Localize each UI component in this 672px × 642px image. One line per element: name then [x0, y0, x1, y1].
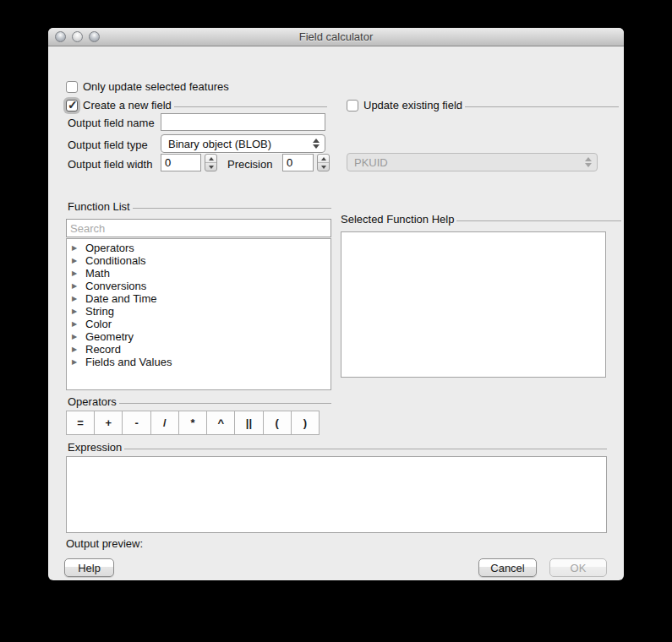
operator-button[interactable]: +: [95, 411, 123, 434]
function-tree-item[interactable]: ▶ Record: [67, 343, 331, 356]
stepper-down-icon[interactable]: [318, 163, 329, 171]
function-search-input[interactable]: [66, 219, 331, 237]
only-update-checkbox[interactable]: Only update selected features: [66, 80, 229, 93]
create-new-field-checkbox[interactable]: Create a new field: [66, 99, 172, 112]
function-tree-item-label: Record: [85, 343, 121, 356]
function-tree-item-label: Geometry: [85, 330, 134, 343]
operator-button[interactable]: ^: [207, 411, 235, 434]
expand-arrow-icon[interactable]: ▶: [72, 345, 79, 353]
operator-button[interactable]: *: [179, 411, 207, 434]
function-list-group-label: Function List: [68, 200, 130, 213]
ok-button[interactable]: OK: [549, 558, 607, 577]
expand-arrow-icon[interactable]: ▶: [72, 307, 79, 315]
function-tree-item[interactable]: ▶ Geometry: [67, 330, 331, 343]
update-existing-checkbox-box[interactable]: [347, 100, 358, 112]
output-field-width-input[interactable]: [161, 154, 201, 171]
expand-arrow-icon[interactable]: ▶: [72, 282, 79, 290]
function-help-panel: [341, 231, 606, 378]
operator-button[interactable]: /: [151, 411, 179, 434]
output-preview-label: Output preview:: [66, 537, 143, 550]
expand-arrow-icon[interactable]: ▶: [72, 295, 79, 302]
group-divider-line: [124, 449, 607, 449]
close-button[interactable]: [55, 31, 66, 42]
function-list-group: Function List: [68, 200, 331, 213]
output-field-name-input[interactable]: [161, 113, 325, 131]
function-tree-item[interactable]: ▶ Color: [67, 318, 331, 330]
output-field-type-value: Binary object (BLOB): [168, 138, 271, 150]
field-calculator-dialog: Field calculator Only update selected fe…: [48, 28, 624, 580]
function-tree-item-label: Operators: [85, 242, 134, 254]
operators-group: Operators: [68, 395, 331, 408]
combo-updown-icon: [582, 154, 593, 171]
output-field-width-stepper[interactable]: [205, 154, 217, 171]
function-tree: ▶ Operators ▶ Conditionals ▶ Math ▶ Conv…: [66, 238, 331, 390]
zoom-button[interactable]: [89, 31, 100, 42]
title-bar[interactable]: Field calculator: [48, 28, 624, 46]
function-help-group: Selected Function Help: [341, 213, 621, 226]
output-field-name-label: Output field name: [68, 117, 155, 129]
stepper-up-icon[interactable]: [205, 155, 216, 163]
operator-button[interactable]: ||: [235, 411, 263, 434]
expression-editor[interactable]: [66, 456, 607, 533]
precision-label: Precision: [227, 158, 272, 171]
expand-arrow-icon[interactable]: ▶: [72, 358, 79, 366]
expression-group: Expression: [68, 441, 607, 454]
function-tree-item-label: Math: [85, 267, 110, 280]
group-divider-line: [465, 106, 619, 107]
existing-field-value: PKUID: [354, 156, 388, 169]
function-tree-item-label: Conditionals: [85, 254, 146, 267]
minimize-button[interactable]: [72, 31, 83, 42]
precision-stepper[interactable]: [317, 154, 330, 171]
stepper-up-icon[interactable]: [318, 155, 329, 163]
group-divider-line: [119, 403, 331, 404]
operator-button[interactable]: -: [123, 411, 150, 434]
function-tree-item[interactable]: ▶ Math: [67, 267, 331, 280]
operator-button[interactable]: =: [67, 411, 95, 434]
output-field-type-combo[interactable]: Binary object (BLOB): [161, 134, 325, 153]
function-tree-item-label: String: [85, 305, 114, 318]
group-divider-line: [174, 106, 327, 107]
create-new-field-group: Create a new field: [66, 99, 327, 112]
output-field-width-label: Output field width: [68, 158, 152, 171]
function-tree-item[interactable]: ▶ Conversions: [67, 280, 331, 292]
expand-arrow-icon[interactable]: ▶: [72, 320, 79, 328]
help-button[interactable]: Help: [64, 558, 114, 577]
function-tree-item[interactable]: ▶ Conditionals: [67, 254, 331, 267]
traffic-lights: [55, 31, 100, 42]
precision-input[interactable]: [282, 154, 314, 171]
function-tree-item[interactable]: ▶ Fields and Values: [67, 356, 331, 368]
function-tree-item[interactable]: ▶ String: [67, 305, 331, 318]
operator-button[interactable]: ): [292, 411, 319, 434]
function-tree-item-label: Fields and Values: [85, 356, 172, 368]
create-new-field-checkbox-box[interactable]: [66, 100, 78, 112]
create-new-field-checkbox-label: Create a new field: [83, 99, 172, 112]
cancel-button[interactable]: Cancel: [478, 558, 537, 577]
stepper-down-icon[interactable]: [205, 163, 216, 171]
only-update-checkbox-label: Only update selected features: [83, 80, 229, 93]
function-tree-item-label: Color: [85, 318, 112, 330]
operator-button[interactable]: (: [264, 411, 292, 434]
update-existing-checkbox-label: Update existing field: [363, 99, 462, 112]
operators-group-label: Operators: [68, 395, 117, 408]
dialog-content: Only update selected features Create a n…: [48, 46, 624, 579]
group-divider-line: [456, 220, 621, 221]
combo-updown-icon: [310, 135, 321, 152]
only-update-checkbox-box[interactable]: [66, 81, 78, 93]
function-tree-item[interactable]: ▶ Operators: [67, 242, 331, 254]
function-tree-item-label: Date and Time: [85, 292, 157, 305]
output-field-type-label: Output field type: [68, 139, 148, 151]
function-tree-item-label: Conversions: [85, 280, 146, 292]
group-divider-line: [133, 208, 331, 209]
update-existing-checkbox[interactable]: Update existing field: [347, 99, 462, 112]
expression-group-label: Expression: [68, 441, 122, 454]
expand-arrow-icon[interactable]: ▶: [72, 244, 79, 252]
function-tree-item[interactable]: ▶ Date and Time: [67, 292, 331, 305]
operators-toolbar: = + - / * ^ || ( ): [66, 411, 320, 435]
window-title: Field calculator: [48, 28, 624, 46]
expand-arrow-icon[interactable]: ▶: [72, 257, 79, 264]
existing-field-combo[interactable]: PKUID: [347, 153, 598, 171]
function-help-group-label: Selected Function Help: [341, 213, 454, 226]
expand-arrow-icon[interactable]: ▶: [72, 333, 79, 340]
update-existing-field-group: Update existing field: [347, 99, 619, 112]
expand-arrow-icon[interactable]: ▶: [72, 269, 79, 277]
